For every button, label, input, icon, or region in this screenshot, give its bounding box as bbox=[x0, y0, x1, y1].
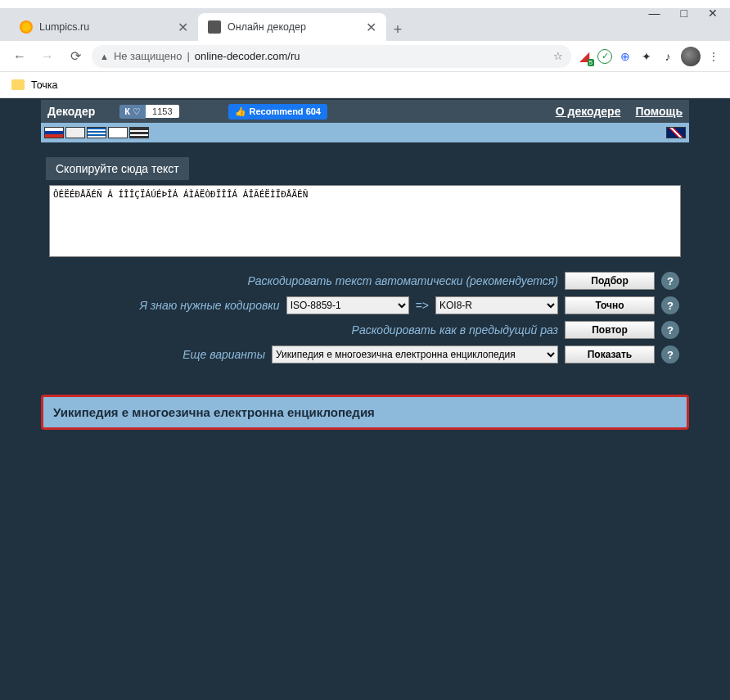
vk-like-widget[interactable]: К♡ 1153 bbox=[119, 105, 178, 119]
favicon-lumpics bbox=[20, 20, 33, 34]
tab-title: Lumpics.ru bbox=[39, 21, 89, 33]
star-icon[interactable]: ☆ bbox=[553, 50, 563, 62]
result-output: Уикипедия е многоезична електронна енцик… bbox=[41, 395, 689, 430]
extension-badge-icon[interactable]: ◢5 bbox=[576, 48, 593, 65]
auto-decode-label: Раскодировать текст автоматически (реком… bbox=[247, 274, 558, 287]
about-link[interactable]: О декодере bbox=[556, 105, 621, 118]
options-panel: Раскодировать текст автоматически (реком… bbox=[41, 269, 689, 380]
reload-button[interactable]: ⟳ bbox=[64, 45, 87, 68]
help-icon[interactable]: ? bbox=[661, 345, 679, 364]
security-label: Не защищено bbox=[114, 50, 182, 62]
security-warn-icon: ▲ bbox=[100, 52, 109, 61]
browser-menu-icon[interactable]: ⋮ bbox=[705, 48, 722, 65]
forward-button[interactable]: → bbox=[36, 45, 59, 68]
known-encoding-label: Я знаю нужные кодировки bbox=[139, 299, 279, 312]
browser-tab-lumpics[interactable]: Lumpics.ru ✕ bbox=[10, 13, 198, 41]
url-field[interactable]: ▲ Не защищено | online-decoder.com/ru ☆ bbox=[92, 45, 571, 68]
more-variants-label: Еще варианты bbox=[182, 348, 265, 361]
page-content: Декодер К♡ 1153 👍 Recommend 604 О декоде… bbox=[0, 98, 730, 700]
app-title: Декодер bbox=[47, 105, 95, 118]
extension-music-icon[interactable]: ♪ bbox=[660, 48, 676, 65]
tab-title: Онлайн декодер bbox=[228, 21, 306, 33]
extension-check-icon[interactable]: ✓ bbox=[597, 49, 612, 64]
maximize-button[interactable]: □ bbox=[681, 7, 687, 20]
fb-recommend-widget[interactable]: 👍 Recommend 604 bbox=[228, 104, 327, 120]
profile-avatar[interactable] bbox=[681, 47, 701, 66]
browser-tab-decoder[interactable]: Онлайн декодер ✕ bbox=[198, 13, 386, 41]
flag-uk[interactable] bbox=[666, 127, 686, 138]
help-icon[interactable]: ? bbox=[661, 321, 679, 339]
close-tab-icon[interactable]: ✕ bbox=[366, 20, 376, 35]
url-text: online-decoder.com/ru bbox=[195, 50, 300, 62]
bookmarks-bar: Точка bbox=[0, 72, 730, 98]
flag-gr[interactable] bbox=[87, 127, 106, 138]
auto-decode-button[interactable]: Подбор bbox=[565, 272, 655, 290]
folder-icon bbox=[11, 79, 25, 90]
vk-count: 1153 bbox=[146, 105, 178, 118]
close-window-button[interactable]: ✕ bbox=[708, 7, 718, 20]
repeat-button[interactable]: Повтор bbox=[565, 321, 655, 339]
flag-stripes[interactable] bbox=[129, 127, 149, 138]
extension-globe-icon[interactable]: ⊕ bbox=[617, 48, 633, 65]
flag-generic[interactable] bbox=[65, 127, 85, 138]
flag-ru[interactable] bbox=[44, 127, 64, 138]
section-label: Скопируйте сюда текст bbox=[46, 157, 189, 180]
back-button[interactable]: ← bbox=[8, 45, 31, 68]
address-bar: ← → ⟳ ▲ Не защищено | online-decoder.com… bbox=[0, 41, 730, 72]
arrow-icon: => bbox=[416, 299, 429, 312]
show-button[interactable]: Показать bbox=[565, 345, 655, 364]
previous-decode-label: Раскодировать как в предыдущий раз bbox=[352, 323, 558, 336]
window-controls: — □ ✕ bbox=[649, 7, 718, 20]
exact-button[interactable]: Точно bbox=[565, 296, 655, 314]
close-tab-icon[interactable]: ✕ bbox=[178, 20, 188, 35]
separator: | bbox=[187, 50, 189, 62]
favicon-decoder bbox=[208, 20, 221, 34]
app-header: Декодер К♡ 1153 👍 Recommend 604 О декоде… bbox=[41, 100, 689, 123]
encoding-to-select[interactable]: KOI8-R bbox=[435, 296, 558, 314]
variants-select[interactable]: Уикипедия е многоезична електронна енцик… bbox=[272, 345, 558, 364]
help-icon[interactable]: ? bbox=[661, 296, 679, 314]
bookmark-item[interactable]: Точка bbox=[31, 79, 58, 91]
new-tab-button[interactable]: + bbox=[386, 18, 409, 41]
input-textarea[interactable] bbox=[49, 185, 681, 257]
help-icon[interactable]: ? bbox=[661, 272, 679, 290]
browser-tab-bar: Lumpics.ru ✕ Онлайн декодер ✕ + bbox=[0, 8, 730, 41]
flag-il[interactable] bbox=[108, 127, 128, 138]
thumb-icon: 👍 bbox=[235, 106, 246, 117]
help-link[interactable]: Помощь bbox=[635, 105, 683, 118]
extensions-puzzle-icon[interactable]: ✦ bbox=[638, 48, 655, 65]
language-flags bbox=[41, 123, 689, 142]
minimize-button[interactable]: — bbox=[649, 7, 660, 20]
encoding-from-select[interactable]: ISO-8859-1 bbox=[286, 296, 409, 314]
